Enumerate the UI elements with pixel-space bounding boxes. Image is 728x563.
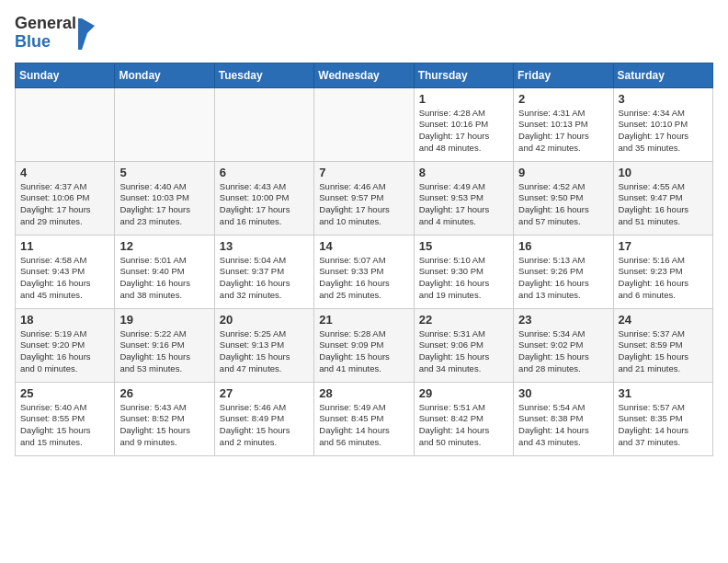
day-info: Sunrise: 4:28 AMSunset: 10:16 PMDaylight… <box>419 108 508 155</box>
day-number: 15 <box>419 239 508 253</box>
day-info: Sunrise: 5:51 AMSunset: 8:42 PMDaylight:… <box>419 402 508 449</box>
day-number: 21 <box>319 313 408 327</box>
calendar-cell <box>214 87 313 161</box>
calendar-cell: 27Sunrise: 5:46 AMSunset: 8:49 PMDayligh… <box>214 382 313 455</box>
day-number: 16 <box>518 239 608 253</box>
day-header-tuesday: Tuesday <box>214 63 313 87</box>
calendar-cell: 29Sunrise: 5:51 AMSunset: 8:42 PMDayligh… <box>414 382 513 455</box>
calendar-cell: 10Sunrise: 4:55 AMSunset: 9:47 PMDayligh… <box>613 161 712 235</box>
day-header-wednesday: Wednesday <box>314 63 414 87</box>
day-number: 25 <box>20 386 109 400</box>
calendar-cell: 8Sunrise: 4:49 AMSunset: 9:53 PMDaylight… <box>414 161 513 235</box>
calendar-cell: 18Sunrise: 5:19 AMSunset: 9:20 PMDayligh… <box>16 308 115 382</box>
day-info: Sunrise: 4:43 AMSunset: 10:00 PMDaylight… <box>220 181 309 228</box>
day-info: Sunrise: 4:40 AMSunset: 10:03 PMDaylight… <box>119 181 209 228</box>
day-info: Sunrise: 5:25 AMSunset: 9:13 PMDaylight:… <box>220 328 309 375</box>
day-number: 18 <box>20 313 109 327</box>
day-info: Sunrise: 5:43 AMSunset: 8:52 PMDaylight:… <box>119 402 209 449</box>
day-info: Sunrise: 4:55 AMSunset: 9:47 PMDaylight:… <box>619 181 708 228</box>
header: General Blue <box>15 15 713 52</box>
logo-bird-icon <box>78 17 97 50</box>
calendar-cell: 21Sunrise: 5:28 AMSunset: 9:09 PMDayligh… <box>314 308 414 382</box>
day-info: Sunrise: 5:37 AMSunset: 8:59 PMDaylight:… <box>619 328 708 375</box>
day-number: 11 <box>20 239 109 253</box>
day-info: Sunrise: 5:31 AMSunset: 9:06 PMDaylight:… <box>419 328 508 375</box>
logo: General Blue <box>15 15 97 52</box>
day-info: Sunrise: 5:19 AMSunset: 9:20 PMDaylight:… <box>20 328 109 375</box>
day-info: Sunrise: 4:46 AMSunset: 9:57 PMDaylight:… <box>319 181 408 228</box>
day-number: 5 <box>119 166 209 179</box>
calendar-table: SundayMondayTuesdayWednesdayThursdayFrid… <box>15 63 713 456</box>
day-info: Sunrise: 5:40 AMSunset: 8:55 PMDaylight:… <box>20 402 109 449</box>
calendar-cell: 17Sunrise: 5:16 AMSunset: 9:23 PMDayligh… <box>613 235 712 308</box>
day-info: Sunrise: 5:01 AMSunset: 9:40 PMDaylight:… <box>119 255 209 302</box>
day-number: 10 <box>619 166 708 179</box>
day-info: Sunrise: 5:28 AMSunset: 9:09 PMDaylight:… <box>319 328 408 375</box>
day-number: 7 <box>319 166 408 179</box>
day-info: Sunrise: 5:04 AMSunset: 9:37 PMDaylight:… <box>220 255 309 302</box>
calendar-cell: 9Sunrise: 4:52 AMSunset: 9:50 PMDaylight… <box>514 161 613 235</box>
calendar-cell: 6Sunrise: 4:43 AMSunset: 10:00 PMDayligh… <box>214 161 313 235</box>
day-info: Sunrise: 4:58 AMSunset: 9:43 PMDaylight:… <box>20 255 109 302</box>
day-number: 1 <box>419 92 508 106</box>
calendar-cell: 5Sunrise: 4:40 AMSunset: 10:03 PMDayligh… <box>115 161 214 235</box>
day-info: Sunrise: 4:52 AMSunset: 9:50 PMDaylight:… <box>518 181 608 228</box>
day-number: 28 <box>319 386 408 400</box>
calendar-cell: 16Sunrise: 5:13 AMSunset: 9:26 PMDayligh… <box>514 235 613 308</box>
day-number: 13 <box>220 239 309 253</box>
day-header-sunday: Sunday <box>16 63 115 87</box>
day-header-saturday: Saturday <box>613 63 712 87</box>
week-row-5: 25Sunrise: 5:40 AMSunset: 8:55 PMDayligh… <box>16 382 713 455</box>
day-header-friday: Friday <box>514 63 613 87</box>
logo-blue: Blue <box>15 33 76 52</box>
day-number: 12 <box>119 239 209 253</box>
day-number: 8 <box>419 166 508 179</box>
day-number: 22 <box>419 313 508 327</box>
calendar-cell: 30Sunrise: 5:54 AMSunset: 8:38 PMDayligh… <box>514 382 613 455</box>
calendar-cell <box>314 87 414 161</box>
day-number: 20 <box>220 313 309 327</box>
day-number: 31 <box>619 386 708 400</box>
day-info: Sunrise: 4:49 AMSunset: 9:53 PMDaylight:… <box>419 181 508 228</box>
day-info: Sunrise: 5:10 AMSunset: 9:30 PMDaylight:… <box>419 255 508 302</box>
logo-text: General Blue <box>15 15 97 52</box>
calendar-cell: 23Sunrise: 5:34 AMSunset: 9:02 PMDayligh… <box>514 308 613 382</box>
day-info: Sunrise: 4:37 AMSunset: 10:06 PMDaylight… <box>20 181 109 228</box>
day-header-thursday: Thursday <box>414 63 513 87</box>
calendar-cell <box>115 87 214 161</box>
day-number: 2 <box>518 92 608 106</box>
calendar-cell: 28Sunrise: 5:49 AMSunset: 8:45 PMDayligh… <box>314 382 414 455</box>
day-info: Sunrise: 5:22 AMSunset: 9:16 PMDaylight:… <box>119 328 209 375</box>
day-number: 30 <box>518 386 608 400</box>
day-number: 26 <box>119 386 209 400</box>
day-info: Sunrise: 5:13 AMSunset: 9:26 PMDaylight:… <box>518 255 608 302</box>
day-number: 19 <box>119 313 209 327</box>
day-info: Sunrise: 4:31 AMSunset: 10:13 PMDaylight… <box>518 108 608 155</box>
day-info: Sunrise: 5:49 AMSunset: 8:45 PMDaylight:… <box>319 402 408 449</box>
calendar-cell: 31Sunrise: 5:57 AMSunset: 8:35 PMDayligh… <box>613 382 712 455</box>
calendar-cell: 2Sunrise: 4:31 AMSunset: 10:13 PMDayligh… <box>514 87 613 161</box>
day-info: Sunrise: 5:16 AMSunset: 9:23 PMDaylight:… <box>619 255 708 302</box>
calendar-cell: 12Sunrise: 5:01 AMSunset: 9:40 PMDayligh… <box>115 235 214 308</box>
day-number: 14 <box>319 239 408 253</box>
calendar-cell: 14Sunrise: 5:07 AMSunset: 9:33 PMDayligh… <box>314 235 414 308</box>
week-row-3: 11Sunrise: 4:58 AMSunset: 9:43 PMDayligh… <box>16 235 713 308</box>
day-info: Sunrise: 4:34 AMSunset: 10:10 PMDaylight… <box>619 108 708 155</box>
calendar-cell: 3Sunrise: 4:34 AMSunset: 10:10 PMDayligh… <box>613 87 712 161</box>
day-info: Sunrise: 5:34 AMSunset: 9:02 PMDaylight:… <box>518 328 608 375</box>
day-info: Sunrise: 5:54 AMSunset: 8:38 PMDaylight:… <box>518 402 608 449</box>
calendar-cell: 24Sunrise: 5:37 AMSunset: 8:59 PMDayligh… <box>613 308 712 382</box>
calendar-cell: 13Sunrise: 5:04 AMSunset: 9:37 PMDayligh… <box>214 235 313 308</box>
day-number: 9 <box>518 166 608 179</box>
calendar-cell: 4Sunrise: 4:37 AMSunset: 10:06 PMDayligh… <box>16 161 115 235</box>
day-number: 23 <box>518 313 608 327</box>
week-row-4: 18Sunrise: 5:19 AMSunset: 9:20 PMDayligh… <box>16 308 713 382</box>
calendar-cell: 20Sunrise: 5:25 AMSunset: 9:13 PMDayligh… <box>214 308 313 382</box>
day-number: 27 <box>220 386 309 400</box>
calendar-cell: 25Sunrise: 5:40 AMSunset: 8:55 PMDayligh… <box>16 382 115 455</box>
day-number: 4 <box>20 166 109 179</box>
day-number: 24 <box>619 313 708 327</box>
week-row-1: 1Sunrise: 4:28 AMSunset: 10:16 PMDayligh… <box>16 87 713 161</box>
calendar-cell: 19Sunrise: 5:22 AMSunset: 9:16 PMDayligh… <box>115 308 214 382</box>
calendar-cell <box>16 87 115 161</box>
